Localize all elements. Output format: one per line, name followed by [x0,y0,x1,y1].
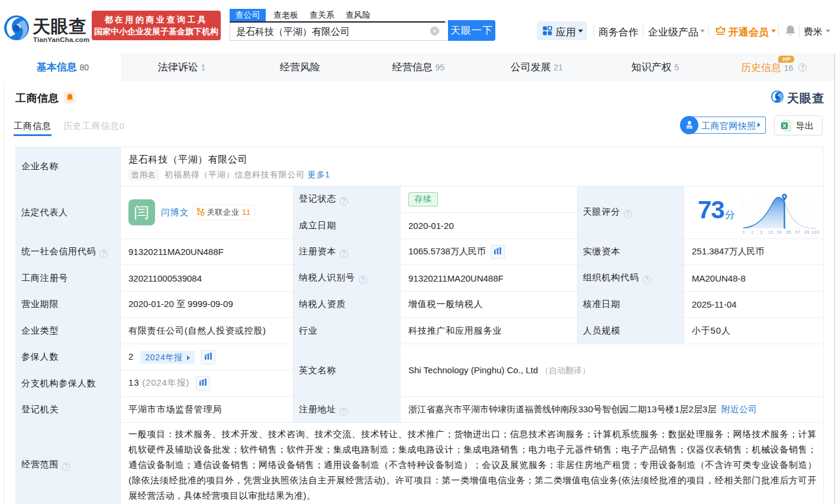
svg-text:50: 50 [777,230,782,234]
svg-text:85: 85 [786,230,791,234]
svg-text:97: 97 [795,230,801,234]
svg-text:0: 0 [743,230,745,234]
svg-text:99: 99 [804,230,810,234]
svg-text:1: 1 [751,230,753,234]
svg-text:100: 100 [811,230,819,234]
svg-text:3: 3 [760,230,762,234]
svg-text:15: 15 [768,230,773,234]
